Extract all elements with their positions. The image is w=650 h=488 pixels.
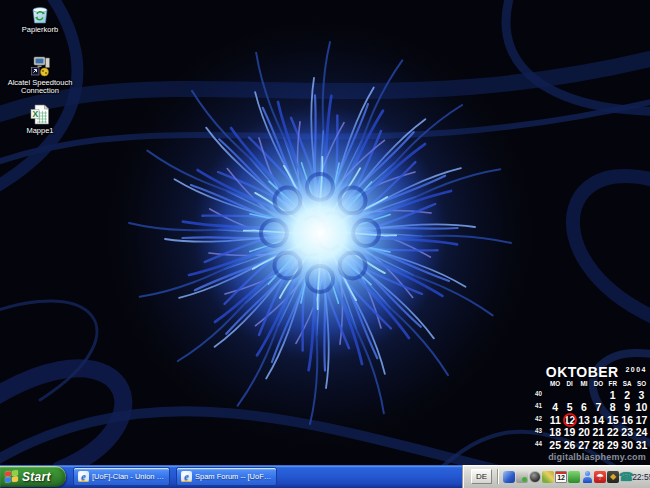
antivirus-umbrella-icon[interactable]: ☂ (594, 471, 606, 483)
cal-day: 28 (591, 439, 605, 451)
svg-text:X: X (33, 109, 39, 119)
cal-day-header: DO (591, 380, 605, 389)
cal-day: 26 (562, 439, 576, 451)
start-button-label: Start (22, 470, 51, 484)
cal-day (577, 389, 591, 401)
cal-week-number: 43 (535, 426, 548, 438)
desktop-icon-label: Papierkorb (1, 26, 79, 34)
cal-day: 11 (548, 414, 562, 426)
cal-day: 5 (562, 401, 576, 413)
cal-day: 23 (620, 426, 634, 438)
recycle-bin-icon (1, 3, 79, 24)
cal-day-highlighted: 12 (562, 414, 576, 426)
desktop-icon-label: Alcatel Speedtouch Connection (1, 79, 79, 95)
cal-day-header: MO (548, 380, 562, 389)
cal-day: 27 (577, 439, 591, 451)
windows-xp-desktop: Papierkorb Alcatel Speedtouch Connection (0, 0, 650, 488)
calendar-month-title: OKTOBER (546, 364, 619, 380)
cal-day: 7 (591, 401, 605, 413)
cal-day-header: FR (606, 380, 620, 389)
cal-day: 14 (591, 414, 605, 426)
contact-person-icon[interactable] (581, 471, 593, 483)
excel-file-icon: X (1, 104, 79, 125)
cal-day-header: MI (577, 380, 591, 389)
window-button-label: [UoF]-Clan - Union of... (92, 472, 165, 481)
cal-week-number: 40 (535, 389, 548, 401)
cal-day: 2 (620, 389, 634, 401)
cal-week-number: 44 (535, 439, 548, 451)
cal-day (562, 389, 576, 401)
cal-day: 4 (548, 401, 562, 413)
red-circle-annotation (563, 413, 577, 427)
tray-divider (497, 469, 499, 484)
system-tray: DE 12 ☂ ◆ ☎ 22:55 (462, 465, 650, 488)
yellow-swirl-icon[interactable] (542, 471, 554, 483)
dialup-connection-icon (1, 56, 79, 77)
teal-phone-icon[interactable]: ☎ (620, 471, 632, 483)
cal-day: 10 (634, 401, 648, 413)
window-button-label: Spam Forum -- [UoF]-... (195, 472, 272, 481)
cal-day: 17 (634, 414, 648, 426)
cal-week-number: 42 (535, 414, 548, 426)
desktop-icon-recycle-bin[interactable]: Papierkorb (1, 3, 79, 34)
cal-day-header: SA (620, 380, 634, 389)
calendar-widget: OKTOBER 2004 MO DI MI DO FR SA SO 40 1 2… (535, 364, 649, 451)
calendar-day-icon[interactable]: 12 (555, 471, 567, 483)
taskbar: Start e [UoF]-Clan - Union of... e Spam … (0, 465, 650, 488)
gold-diamond-icon[interactable]: ◆ (607, 471, 619, 483)
desktop-area: Papierkorb Alcatel Speedtouch Connection (0, 0, 650, 465)
desktop-icon-label: Mappe1 (1, 127, 79, 135)
windows-messenger-icon[interactable] (503, 471, 515, 483)
cal-week-number: 41 (535, 401, 548, 413)
cal-day: 22 (606, 426, 620, 438)
wallpaper-credit: digitalblasphemy.com (548, 452, 646, 462)
round-app-icon[interactable] (529, 471, 541, 483)
cal-day: 15 (606, 414, 620, 426)
calendar-year: 2004 (625, 366, 647, 373)
taskbar-window-button-uof-clan[interactable]: e [UoF]-Clan - Union of... (73, 467, 170, 486)
cal-day: 1 (606, 389, 620, 401)
cal-day: 30 (620, 439, 634, 451)
cal-day: 21 (591, 426, 605, 438)
desktop-icon-mappe1[interactable]: X Mappe1 (1, 104, 79, 135)
cal-day: 8 (606, 401, 620, 413)
internet-explorer-icon: e (78, 471, 89, 482)
cal-day-header: SO (634, 380, 648, 389)
cal-day: 29 (606, 439, 620, 451)
cal-day (548, 389, 562, 401)
desktop-icon-alcatel-speedtouch[interactable]: Alcatel Speedtouch Connection (1, 56, 79, 95)
calendar-grid: MO DI MI DO FR SA SO 40 1 2 3 41 4 5 6 7 (535, 380, 649, 451)
taskbar-clock[interactable]: 22:55 (632, 472, 650, 482)
language-indicator[interactable]: DE (471, 469, 492, 484)
cal-day (591, 389, 605, 401)
green-app-icon[interactable] (568, 471, 580, 483)
windows-flag-icon (5, 470, 18, 483)
cal-day: 25 (548, 439, 562, 451)
system-utility-icon[interactable] (516, 471, 528, 483)
cal-day-header: DI (562, 380, 576, 389)
cal-day: 3 (634, 389, 648, 401)
taskbar-window-button-spam-forum[interactable]: e Spam Forum -- [UoF]-... (176, 467, 277, 486)
cal-day: 18 (548, 426, 562, 438)
cal-day: 31 (634, 439, 648, 451)
cal-day: 9 (620, 401, 634, 413)
internet-explorer-icon: e (181, 471, 192, 482)
cal-day: 16 (620, 414, 634, 426)
tray-icon-row: 12 ☂ ◆ ☎ (503, 471, 632, 483)
cal-day: 19 (562, 426, 576, 438)
cal-day: 6 (577, 401, 591, 413)
cal-day: 24 (634, 426, 648, 438)
cal-day: 20 (577, 426, 591, 438)
start-button[interactable]: Start (0, 466, 66, 487)
cal-day: 13 (577, 414, 591, 426)
